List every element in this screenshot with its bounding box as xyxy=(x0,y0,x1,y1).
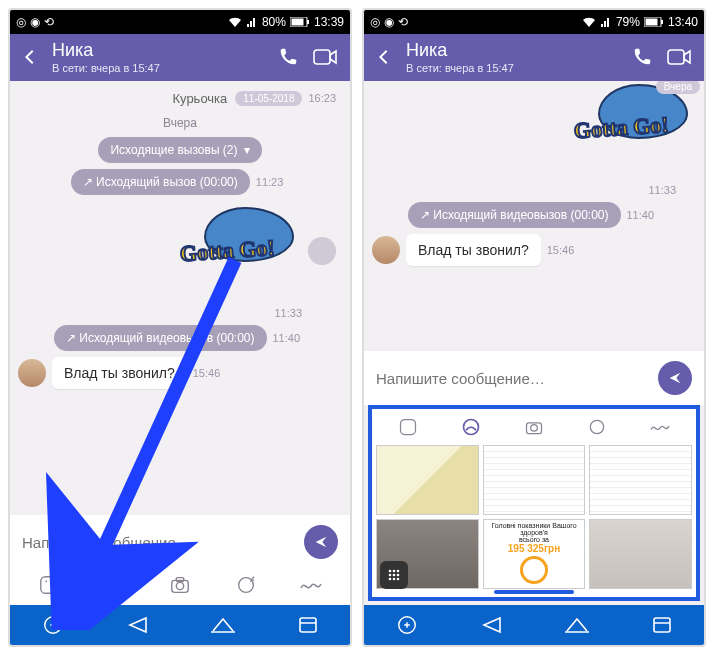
signal-icon xyxy=(600,16,612,28)
svg-point-32 xyxy=(389,578,392,581)
camera-icon[interactable] xyxy=(160,573,200,597)
gif-icon[interactable] xyxy=(226,573,266,597)
nav-bar xyxy=(364,605,704,645)
outgoing-video-pill[interactable]: ↗ Исходящий видеовызов (00:00) xyxy=(408,202,621,228)
last-seen: В сети: вчера в 15:47 xyxy=(406,62,618,75)
phone-left: ◎ ◉ ⟲ 80% 13:39 Ника В сети: вчера в 15:… xyxy=(8,8,352,647)
thumb-photo[interactable] xyxy=(589,519,692,589)
svg-point-34 xyxy=(397,578,400,581)
svg-point-27 xyxy=(393,570,396,573)
svg-rect-2 xyxy=(307,20,309,24)
gif-icon[interactable] xyxy=(577,415,617,439)
sticker-icon[interactable] xyxy=(388,415,428,439)
thumb-map[interactable] xyxy=(376,445,479,515)
svg-point-31 xyxy=(397,574,400,577)
voice-call-button[interactable] xyxy=(274,46,302,68)
thumb-ad[interactable]: Головні показники Вашого здоров'я всього… xyxy=(483,519,586,589)
video-call-button[interactable] xyxy=(312,46,340,68)
battery-text: 79% xyxy=(616,15,640,29)
day-pill: Вчера xyxy=(656,81,700,94)
svg-point-5 xyxy=(45,580,47,582)
svg-rect-18 xyxy=(645,19,657,26)
sticker-icon[interactable] xyxy=(29,573,69,597)
video-call-button[interactable] xyxy=(666,46,694,68)
nav-home[interactable] xyxy=(557,611,597,639)
clock-text: 13:40 xyxy=(668,15,698,29)
avatar-contact[interactable] xyxy=(372,236,400,264)
send-button[interactable] xyxy=(304,525,338,559)
attachment-row xyxy=(10,569,350,605)
chat-header: Ника В сети: вчера в 15:47 xyxy=(364,34,704,81)
outgoing-call-pill[interactable]: ↗ Исходящий вызов (00:00) xyxy=(71,169,250,195)
camera-icon[interactable] xyxy=(514,415,554,439)
nav-recent[interactable] xyxy=(288,611,328,639)
compose-area xyxy=(364,351,704,405)
video-time: 11:40 xyxy=(273,332,301,344)
send-button[interactable] xyxy=(658,361,692,395)
message-bubble[interactable]: Влад ты звонил? xyxy=(52,357,187,389)
message-bubble[interactable]: Влад ты звонил? xyxy=(406,234,541,266)
tv-icon: ◎ xyxy=(370,15,380,29)
wifi-icon xyxy=(228,16,242,28)
battery-text: 80% xyxy=(262,15,286,29)
sticker-time: 11:33 xyxy=(648,184,676,196)
statusbar: ◎ ◉ ⟲ 79% 13:40 xyxy=(364,10,704,34)
gallery-more-button[interactable] xyxy=(380,561,408,589)
video-time: 11:40 xyxy=(627,209,655,221)
thumb-doc[interactable] xyxy=(483,445,586,515)
nav-home[interactable] xyxy=(203,611,243,639)
svg-point-24 xyxy=(531,425,538,432)
msg-time: 15:46 xyxy=(193,367,221,379)
attachment-row xyxy=(376,413,692,445)
compose-input[interactable] xyxy=(376,370,658,387)
svg-point-9 xyxy=(176,582,183,589)
compose-area xyxy=(10,515,350,605)
phone-right: ◎ ◉ ⟲ 79% 13:40 Ника В сети: вчера в 15:… xyxy=(362,8,706,647)
doodle-icon[interactable] xyxy=(291,573,331,597)
calls-pill[interactable]: Исходящие вызовы (2) ▾ xyxy=(98,137,261,163)
nav-tv[interactable] xyxy=(33,611,73,639)
prev-time: 16:23 xyxy=(308,92,336,104)
svg-rect-20 xyxy=(668,50,684,64)
back-button[interactable] xyxy=(20,47,42,67)
avatar-self xyxy=(308,237,336,265)
last-seen: В сети: вчера в 15:47 xyxy=(52,62,264,75)
call-time: 11:23 xyxy=(256,176,284,188)
compose-input[interactable] xyxy=(22,534,304,551)
battery-icon xyxy=(644,17,664,27)
chat-body: Курьочка 11-05-2018 16:23 Вчера Исходящи… xyxy=(10,81,350,515)
nav-tv[interactable] xyxy=(387,611,427,639)
svg-rect-10 xyxy=(176,578,183,582)
svg-point-26 xyxy=(389,570,392,573)
nav-recent[interactable] xyxy=(642,611,682,639)
chat-body: Gotta Go! Вчера 11:33 ↗ Исходящий видеов… xyxy=(364,81,704,351)
svg-point-6 xyxy=(51,580,53,582)
clock-icon xyxy=(520,556,548,584)
svg-point-28 xyxy=(397,570,400,573)
drag-handle[interactable] xyxy=(494,590,574,594)
clock-text: 13:39 xyxy=(314,15,344,29)
svg-rect-14 xyxy=(300,618,316,632)
svg-point-30 xyxy=(393,574,396,577)
day-label: Вчера xyxy=(163,116,197,130)
back-button[interactable] xyxy=(374,47,396,67)
doodle-icon[interactable] xyxy=(640,415,680,439)
msg-time: 15:46 xyxy=(547,244,575,256)
outgoing-video-pill[interactable]: ↗ Исходящий видеовызов (00:00) xyxy=(54,325,267,351)
sync-icon: ⟲ xyxy=(44,15,54,29)
voice-call-button[interactable] xyxy=(628,46,656,68)
gallery-icon[interactable] xyxy=(451,415,491,439)
gallery-panel: Головні показники Вашого здоров'я всього… xyxy=(368,405,700,601)
signal-icon xyxy=(246,16,258,28)
eye-icon: ◉ xyxy=(30,15,40,29)
sticker[interactable]: Gotta Go! xyxy=(152,201,302,301)
gallery-icon[interactable] xyxy=(94,573,134,597)
avatar-contact[interactable] xyxy=(18,359,46,387)
prev-msg: Курьочка xyxy=(172,91,227,106)
nav-back[interactable] xyxy=(472,611,512,639)
svg-rect-3 xyxy=(314,50,330,64)
sticker[interactable]: Gotta Go! Вчера xyxy=(546,81,696,178)
statusbar: ◎ ◉ ⟲ 80% 13:39 xyxy=(10,10,350,34)
nav-back[interactable] xyxy=(118,611,158,639)
thumb-doc[interactable] xyxy=(589,445,692,515)
